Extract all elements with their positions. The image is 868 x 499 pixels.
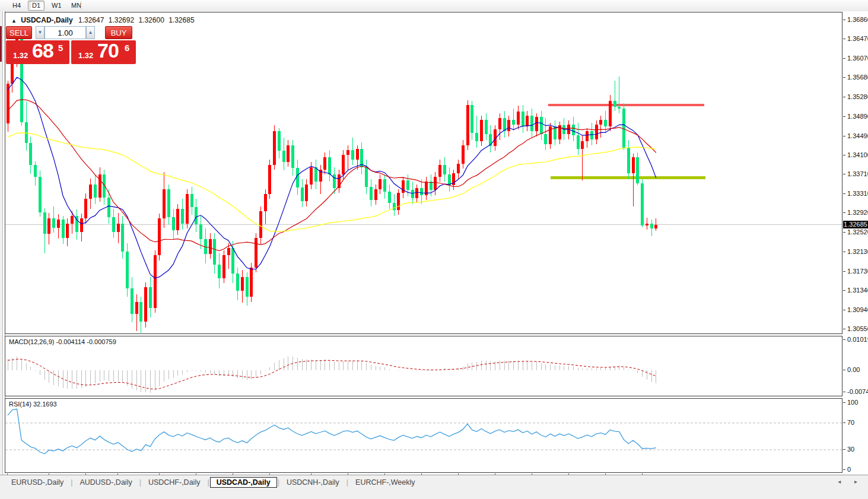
chart-title: USDCAD-,Daily	[21, 16, 72, 24]
axis-tick	[843, 252, 845, 252]
axis-tick	[843, 370, 845, 370]
macd-axis-label: -0.007476	[847, 388, 868, 395]
axis-tick	[843, 97, 845, 97]
macd-signal-line	[8, 359, 656, 389]
axis-tick	[843, 174, 845, 174]
axis-tick	[843, 449, 845, 450]
current-price-tag: 1.32685	[843, 221, 868, 228]
axis-tick	[843, 116, 845, 117]
collapse-icon[interactable]: ▲	[11, 18, 17, 24]
rsi-axis-label: 70	[847, 419, 854, 426]
axis-tick	[843, 212, 845, 213]
candlestick-series	[7, 30, 658, 332]
macd-indicator-panel[interactable]: MACD(12,26,9) -0.004114 -0.000759	[5, 336, 842, 396]
sell-price-sup: 5	[58, 43, 63, 53]
rsi-axis-label: 100	[847, 399, 858, 406]
ohlc-low: 1.32600	[138, 16, 164, 24]
tab-scroll-right-icon[interactable]: ▸	[854, 478, 863, 485]
axis-tick	[843, 392, 845, 392]
rsi-label: RSI(14) 32.1693	[9, 401, 57, 408]
volume-increase-button[interactable]: ▲	[86, 26, 95, 39]
tab-eurchfweekly[interactable]: EURCHF-,Weekly	[349, 477, 421, 488]
macd-axis-label: 0.010199	[847, 336, 868, 343]
axis-tick	[843, 58, 845, 59]
rsi-axis-label: 30	[847, 446, 854, 453]
macd-canvas[interactable]	[5, 336, 842, 396]
buy-price-big: 70	[97, 39, 119, 62]
buy-button[interactable]: BUY	[105, 26, 132, 39]
price-axis-label: 1.36070	[847, 55, 868, 62]
price-axis-label: 1.35680	[847, 74, 868, 81]
tab-eurusddaily[interactable]: EURUSD-,Daily	[5, 477, 70, 488]
timeframe-toolbar: H4D1W1MN	[0, 0, 868, 12]
ohlc-high: 1.32692	[109, 16, 134, 24]
price-axis-label: 1.32130	[847, 248, 868, 255]
chart-tab-bar: EURUSD-,Daily|AUDUSD-,Daily|USDCHF-,Dail…	[0, 475, 868, 488]
axis-tick	[843, 310, 845, 310]
rsi-line	[8, 409, 656, 454]
rsi-indicator-panel[interactable]: RSI(14) 32.1693	[5, 398, 842, 473]
axis-tick	[843, 193, 845, 194]
price-axis-label: 1.33310	[847, 190, 868, 197]
timeframe-button-h4[interactable]: H4	[8, 1, 25, 11]
axis-tick	[843, 329, 845, 329]
price-axis-label: 1.34490	[847, 132, 868, 139]
price-axis-label: 1.35280	[847, 93, 868, 100]
price-axis-label: 1.31730	[847, 268, 868, 275]
tab-usdcnhdaily[interactable]: USDCNH-,Daily	[280, 477, 346, 488]
chart-header: ▲ USDCAD-,Daily 1.32647 1.32692 1.32600 …	[11, 16, 197, 24]
sell-price-box[interactable]: 1.32 68 5	[6, 40, 69, 64]
timeframe-button-d1[interactable]: D1	[28, 1, 44, 11]
axis-tick	[843, 20, 845, 20]
ohlc-open: 1.32647	[78, 16, 104, 24]
axis-tick	[843, 339, 845, 340]
price-axis-label: 1.32520	[847, 228, 868, 236]
tab-scroll-left-icon[interactable]: ◂	[838, 478, 847, 485]
price-axis-label: 1.36470	[847, 35, 868, 42]
macd-axis-label: 0.00	[847, 366, 860, 373]
buy-price-box[interactable]: 1.32 70 6	[71, 40, 136, 64]
axis-tick	[843, 290, 845, 291]
axis-tick	[843, 422, 845, 423]
chart-window: ▲ USDCAD-,Daily 1.32647 1.32692 1.32600 …	[0, 11, 868, 486]
axis-tick	[843, 402, 845, 403]
price-axis-label: 1.34100	[847, 151, 868, 158]
price-axis-label: 1.36860	[847, 16, 868, 23]
axis-tick	[843, 136, 845, 136]
axis-tick	[843, 39, 845, 39]
price-axis-label: 1.32920	[847, 209, 868, 216]
axis-tick	[843, 469, 845, 470]
toolbar-separator	[30, 1, 30, 9]
rsi-axis-label: 0	[847, 466, 851, 473]
tab-audusddaily[interactable]: AUDUSD-,Daily	[73, 477, 138, 488]
axis-tick	[843, 77, 845, 78]
sell-price-prefix: 1.32	[13, 51, 28, 60]
macd-histogram	[8, 357, 656, 393]
volume-input[interactable]	[44, 26, 86, 39]
toolbar-separator	[81, 1, 81, 9]
rsi-canvas[interactable]	[5, 399, 842, 472]
buy-price-prefix: 1.32	[78, 51, 93, 60]
axis-tick	[843, 155, 845, 155]
buy-price-sup: 6	[125, 43, 129, 53]
macd-label: MACD(12,26,9) -0.004114 -0.000759	[9, 338, 116, 345]
price-axis-label: 1.34890	[847, 113, 868, 120]
sell-button[interactable]: SELL	[6, 26, 32, 39]
axis-tick	[843, 271, 845, 272]
price-axis[interactable]: 1.368601.364701.360701.356801.352801.348…	[843, 11, 868, 486]
price-axis-label: 1.30940	[847, 306, 868, 313]
tab-usdcaddaily[interactable]: USDCAD-,Daily	[210, 477, 277, 488]
tab-usdchfdaily[interactable]: USDCHF-,Daily	[142, 477, 207, 488]
timeframe-button-w1[interactable]: W1	[47, 1, 66, 11]
one-click-trade-panel: SELL ▼ ▲ BUY 1.32 68 5 1.32 70 6	[6, 26, 136, 64]
ohlc-close: 1.32685	[168, 16, 194, 24]
sell-price-big: 68	[32, 39, 53, 62]
volume-decrease-button[interactable]: ▼	[36, 26, 44, 39]
docked-panel-edge	[0, 26, 2, 62]
price-axis-label: 1.33710	[847, 170, 868, 177]
axis-tick	[843, 232, 845, 233]
price-axis-label: 1.31340	[847, 287, 868, 294]
timeframe-button-mn[interactable]: MN	[67, 1, 85, 11]
price-axis-label: 1.30550	[847, 325, 868, 332]
